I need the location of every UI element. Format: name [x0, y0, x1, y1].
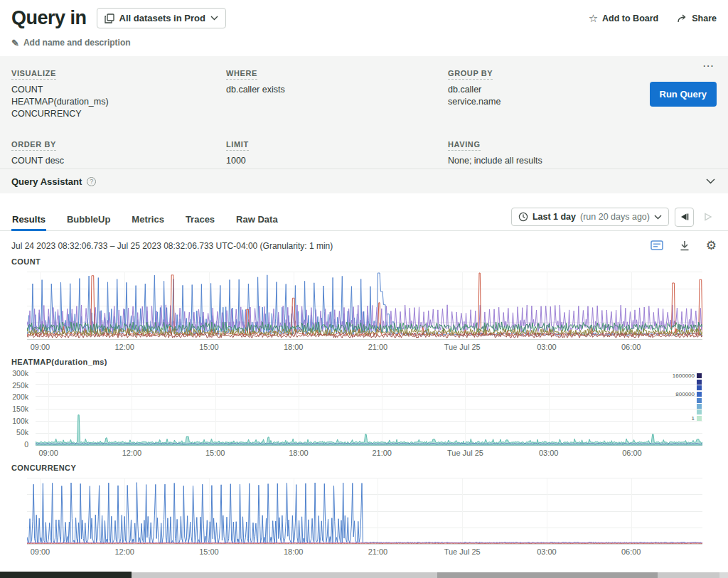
star-icon: ☆ — [589, 13, 598, 23]
dataset-selector[interactable]: All datasets in Prod — [97, 8, 226, 28]
having-label: HAVING — [448, 140, 481, 151]
heatmap-y-axis: 300k250k200k150k100k50k0 — [0, 372, 31, 458]
bottom-edge — [0, 571, 728, 578]
visualize-label: VISUALIZE — [11, 69, 56, 80]
chevron-down-icon — [706, 178, 715, 184]
horizontal-scrollbar[interactable] — [132, 572, 728, 578]
dataset-selector-label: All datasets in Prod — [119, 13, 205, 23]
gear-icon: ⚙ — [706, 240, 717, 252]
results-tabs: Results BubbleUp Metrics Traces Raw Data… — [0, 208, 728, 231]
share-icon — [677, 14, 687, 23]
visualize-cell: VISUALIZE COUNT HEATMAP(duration_ms) CON… — [11, 66, 226, 120]
limit-cell: LIMIT 1000 — [226, 137, 448, 167]
query-assistant-bar[interactable]: Query Assistant ? — [0, 168, 728, 193]
scrollbar-corner — [719, 572, 728, 578]
add-name-button[interactable]: ✎ Add name and description — [11, 38, 131, 48]
tab-traces[interactable]: Traces — [185, 208, 215, 230]
download-button[interactable] — [679, 240, 690, 252]
visualize-value[interactable]: COUNT — [11, 84, 226, 96]
share-button[interactable]: Share — [677, 14, 717, 23]
count-x-axis: 09:0012:0015:0018:0021:00Tue Jul 2503:00… — [27, 340, 702, 352]
arrow-back-icon — [679, 213, 690, 221]
heatmap-x-axis: 09:0012:0015:0018:0021:00Tue Jul 2503:00… — [36, 446, 702, 458]
count-chart-block: COUNT 09:0012:0015:0018:0021:00Tue Jul 2… — [0, 257, 728, 352]
heatmap-chart[interactable]: 300k250k200k150k100k50k0 16000008000001 … — [36, 372, 702, 458]
chart-title-count: COUNT — [11, 257, 728, 266]
more-options-icon[interactable]: ⋯ — [702, 60, 715, 72]
visualize-value[interactable]: HEATMAP(duration_ms) — [11, 96, 226, 108]
having-cell: HAVING None; include all results — [448, 137, 717, 167]
time-range-note: (run 20 days ago) — [580, 212, 650, 222]
scrollbar-thumb[interactable] — [437, 572, 658, 578]
time-range-label: Last 1 day — [532, 212, 576, 222]
query-assistant-label: Query Assistant — [11, 176, 82, 187]
heatmap-legend: 16000008000001 — [673, 373, 702, 422]
tab-metrics[interactable]: Metrics — [131, 208, 165, 230]
order-by-value[interactable]: COUNT desc — [11, 155, 226, 167]
next-query-button[interactable] — [700, 208, 717, 227]
chevron-down-icon — [210, 16, 218, 21]
page-title: Query in — [11, 7, 87, 29]
chart-title-heatmap: HEATMAP(duration_ms) — [11, 358, 728, 366]
run-query-button[interactable]: Run Query — [650, 82, 717, 107]
annotations-button[interactable] — [651, 240, 663, 252]
tab-bubbleup[interactable]: BubbleUp — [66, 208, 111, 230]
count-chart[interactable]: 09:0012:0015:0018:0021:00Tue Jul 2503:00… — [27, 272, 702, 352]
tab-results[interactable]: Results — [11, 208, 46, 230]
pencil-icon: ✎ — [11, 38, 19, 48]
concurrency-chart[interactable]: 09:0012:0015:0018:0021:00Tue Jul 2503:00… — [27, 478, 702, 557]
results-table-edge — [0, 572, 132, 578]
visualize-value[interactable]: CONCURRENCY — [11, 108, 226, 120]
download-icon — [679, 240, 690, 252]
where-value[interactable]: db.caller exists — [226, 84, 448, 96]
previous-query-button[interactable] — [675, 208, 694, 227]
order-by-cell: ORDER BY COUNT desc — [11, 137, 226, 167]
results-meta-row: Jul 24 2023 08:32:06.733 – Jul 25 2023 0… — [0, 231, 728, 252]
help-icon: ? — [87, 177, 96, 186]
heatmap-chart-block: HEATMAP(duration_ms) 300k250k200k150k100… — [0, 358, 728, 458]
top-bar: Query in All datasets in Prod ☆ Add to B… — [0, 0, 728, 29]
arrow-forward-icon — [703, 213, 713, 221]
clock-icon — [518, 212, 528, 222]
time-range-text: Jul 24 2023 08:32:06.733 – Jul 25 2023 0… — [11, 241, 333, 251]
order-by-label: ORDER BY — [11, 140, 56, 151]
add-to-board-button[interactable]: ☆ Add to Board — [589, 13, 659, 23]
concurrency-chart-block: CONCURRENCY 09:0012:0015:0018:0021:00Tue… — [0, 464, 728, 557]
chevron-down-icon — [654, 215, 662, 220]
limit-value[interactable]: 1000 — [226, 155, 448, 167]
where-label: WHERE — [226, 69, 257, 80]
tab-raw-data[interactable]: Raw Data — [235, 208, 279, 230]
limit-label: LIMIT — [226, 140, 249, 151]
concurrency-x-axis: 09:0012:0015:0018:0021:00Tue Jul 2503:00… — [27, 545, 702, 557]
datasets-icon — [105, 14, 114, 23]
group-by-label: GROUP BY — [448, 69, 493, 80]
chart-title-concurrency: CONCURRENCY — [11, 464, 728, 472]
comment-icon — [651, 240, 663, 252]
settings-button[interactable]: ⚙ — [706, 240, 717, 252]
having-value[interactable]: None; include all results — [448, 155, 717, 167]
time-range-selector[interactable]: Last 1 day (run 20 days ago) — [511, 208, 669, 226]
where-cell: WHERE db.caller exists — [226, 66, 448, 120]
query-builder-panel: ⋯ VISUALIZE COUNT HEATMAP(duration_ms) C… — [0, 56, 728, 168]
